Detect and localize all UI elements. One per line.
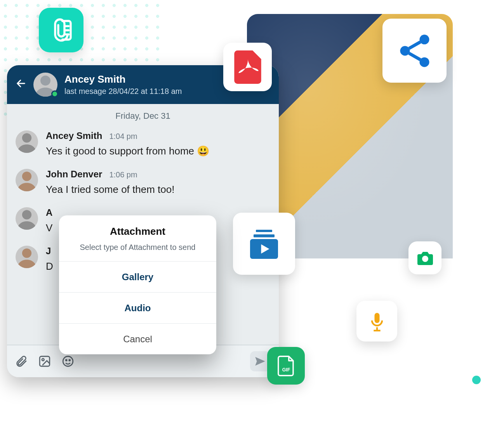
- attachment-modal: Attachment Select type of Attachment to …: [59, 215, 216, 354]
- attachment-option-audio[interactable]: Audio: [59, 292, 216, 323]
- svg-point-0: [400, 46, 410, 55]
- attachment-document-icon: [49, 18, 74, 43]
- message-body: Yes it good to support from home 😃: [46, 144, 209, 158]
- microphone-card: [356, 301, 397, 342]
- svg-line-4: [409, 53, 420, 60]
- svg-rect-9: [374, 313, 379, 323]
- pdf-card: [223, 43, 272, 91]
- avatar-wrap[interactable]: [33, 73, 57, 97]
- emoji-icon: [61, 355, 75, 368]
- contact-name: Ancey Smith: [64, 73, 182, 85]
- presence-indicator: [51, 90, 58, 97]
- message-time: 1:06 pm: [109, 170, 137, 179]
- message-time: 1:04 pm: [109, 132, 137, 141]
- decorative-dot: [472, 376, 481, 384]
- pdf-icon: [234, 50, 261, 84]
- back-button[interactable]: [16, 78, 26, 92]
- sender-avatar: [16, 130, 38, 153]
- svg-point-15: [22, 249, 31, 258]
- emoji-button[interactable]: [61, 354, 75, 369]
- microphone-icon: [367, 311, 387, 331]
- share-card: [382, 19, 447, 83]
- svg-rect-5: [256, 230, 272, 232]
- attachment-option-gallery[interactable]: Gallery: [59, 261, 216, 292]
- svg-point-14: [22, 210, 31, 219]
- svg-point-11: [40, 76, 50, 86]
- video-card: [233, 213, 295, 275]
- date-divider: Friday, Dec 31: [7, 104, 279, 125]
- message-row: Ancey Smith 1:04 pm Yes it good to suppo…: [7, 125, 279, 163]
- arrow-left-icon: [16, 78, 26, 89]
- attachment-button[interactable]: [14, 354, 29, 369]
- gif-file-icon: GIF: [276, 355, 297, 376]
- sender-avatar: [16, 169, 38, 191]
- image-icon: [38, 355, 51, 368]
- modal-title: Attachment: [59, 225, 216, 238]
- svg-point-12: [22, 133, 31, 142]
- header-text: Ancey Smith last mesage 28/04/22 at 11:1…: [64, 73, 182, 96]
- share-icon: [395, 31, 434, 70]
- svg-rect-6: [254, 234, 275, 238]
- svg-text:GIF: GIF: [282, 367, 290, 372]
- camera-card: [408, 241, 441, 274]
- gif-card: GIF: [267, 347, 305, 385]
- message-body: Yea I tried some of them too!: [46, 183, 174, 196]
- camera-icon: [416, 249, 434, 267]
- sender-name: Ancey Smith: [46, 130, 102, 141]
- sender-name: John Denver: [46, 169, 102, 180]
- svg-point-19: [66, 360, 67, 361]
- message-body: V: [46, 221, 59, 235]
- attachment-option-cancel[interactable]: Cancel: [59, 323, 216, 354]
- svg-point-13: [22, 172, 31, 181]
- svg-point-1: [419, 35, 429, 44]
- svg-point-2: [419, 57, 429, 67]
- paperclip-icon: [15, 355, 28, 368]
- sender-name: A: [46, 207, 52, 218]
- sender-name: J: [46, 246, 51, 257]
- svg-point-20: [69, 360, 70, 361]
- video-stack-icon: [245, 225, 283, 262]
- image-button[interactable]: [37, 354, 52, 369]
- sender-avatar: [16, 207, 38, 230]
- svg-point-18: [63, 356, 73, 366]
- sender-avatar: [16, 246, 38, 268]
- svg-point-17: [42, 359, 44, 361]
- svg-point-8: [422, 256, 428, 262]
- attachment-doc-card: [39, 8, 83, 52]
- svg-line-3: [409, 42, 420, 49]
- message-row: John Denver 1:06 pm Yea I tried some of …: [7, 163, 279, 202]
- send-icon: [254, 355, 267, 368]
- last-message-subtitle: last mesage 28/04/22 at 11:18 am: [64, 87, 182, 96]
- modal-subtitle: Select type of Attachment to send: [59, 243, 216, 252]
